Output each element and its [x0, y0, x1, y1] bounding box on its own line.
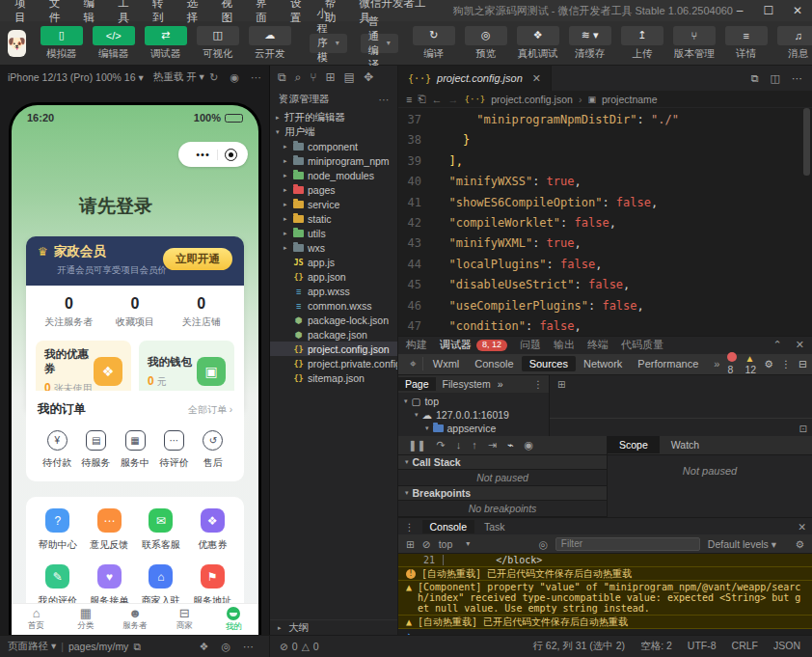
tab-我的[interactable]: 我的 [209, 604, 258, 635]
stat-item[interactable]: 0关注店铺 [168, 295, 234, 329]
menu-编辑[interactable]: 编辑 [77, 0, 112, 25]
editor-tab[interactable]: {··} project.config.json ✕ [398, 66, 552, 91]
windows-icon[interactable]: ⊞ [326, 70, 336, 84]
console-message[interactable]: 21 </block> [398, 554, 812, 567]
tab-服务者[interactable]: ☻服务者 [110, 604, 159, 635]
step-icon[interactable]: ⇥ [488, 439, 497, 452]
breadcrumb-node[interactable]: projectname [602, 94, 658, 105]
service-item-优惠券[interactable]: ❖优惠券 [187, 508, 239, 552]
tree-item-sitemap.json[interactable]: {}sitemap.json [270, 370, 397, 385]
tree-item-service[interactable]: ▸service [270, 197, 397, 211]
order-item-售后[interactable]: ↺售后 [194, 430, 232, 470]
tree-item-component[interactable]: ▸component [270, 139, 397, 153]
pause-on-exceptions-icon[interactable]: ◉ [525, 439, 534, 452]
code-editor[interactable]: 37 "miniprogramNpmDistDir": "./"38 }39 ]… [398, 108, 812, 336]
tree-item-package.json[interactable]: ⬢package.json [270, 327, 397, 342]
tree-item-node_modules[interactable]: ▸node_modules [270, 168, 397, 182]
more-icon[interactable]: ⋯ [379, 94, 390, 105]
sources-node-appservice[interactable]: ▾appservice [398, 422, 549, 435]
open-vip-button[interactable]: 立即开通 [163, 248, 232, 270]
tree-item-app.js[interactable]: JSapp.js [270, 255, 397, 269]
levels-select[interactable]: Default levels ▾ [708, 538, 776, 550]
sources-tab-Filesystem[interactable]: Filesystem [436, 377, 498, 391]
more-icon[interactable]: ⋯ [251, 71, 261, 84]
avatar[interactable]: 🐶 [8, 30, 26, 57]
paw-icon[interactable]: ✥ [364, 70, 373, 84]
console-message[interactable]: ▲[自动热重载] 已开启代码文件保存后自动热重载 [398, 616, 812, 629]
compile-mode-select[interactable]: 普通编译 ▾ [361, 34, 398, 53]
close-button[interactable]: ✕ [791, 4, 804, 17]
copy-icon[interactable]: ⧉ [133, 641, 141, 653]
more-icon[interactable]: ⋯ [792, 72, 802, 85]
sources-node-127.0.0.1:16019[interactable]: ▾☁127.0.0.1:16019 [398, 408, 549, 422]
current-page-path[interactable]: pages/my/my [68, 641, 128, 652]
back-icon[interactable]: ← [432, 94, 443, 105]
stat-item[interactable]: 0收藏项目 [102, 295, 169, 329]
forward-icon[interactable]: → [448, 94, 459, 105]
panel-tab-调试器[interactable]: 调试器8, 12 [440, 338, 507, 352]
menu-界面[interactable]: 界面 [249, 0, 284, 25]
pause-icon[interactable]: ❚❚ [408, 439, 425, 452]
devtools-tab-Console[interactable]: Console [467, 356, 521, 371]
tab-商家[interactable]: ⊟商家 [160, 604, 209, 635]
eye-icon[interactable]: ◎ [539, 538, 548, 550]
devtools-tab-Network[interactable]: Network [576, 356, 630, 371]
more-icon[interactable]: ••• [189, 150, 218, 160]
maximize-button[interactable]: ☐ [762, 4, 775, 17]
scope-tab-Scope[interactable]: Scope [608, 436, 660, 453]
toolbar-button-云开发[interactable]: ☁云开发 [247, 26, 293, 61]
status-item[interactable]: JSON [773, 640, 800, 653]
action-版本管理[interactable]: ⑂版本管理 [671, 26, 717, 61]
status-item[interactable]: 行 62, 列 31 (选中 2) [532, 640, 625, 653]
menu-工具[interactable]: 工具 [111, 0, 146, 25]
problems-indicator[interactable]: ⊘ 0 △ 0 [270, 641, 329, 652]
device-select[interactable]: iPhone 12/13 (Pro) 100% 16 ▾ [8, 71, 144, 83]
action-清缓存[interactable]: ≋ ▾清缓存 [567, 26, 613, 61]
tree-item-wxs[interactable]: ▸wxs [270, 240, 397, 255]
console-tab-Console[interactable]: Console [422, 520, 475, 534]
gear-icon[interactable]: ⚙ [764, 358, 772, 370]
toolbar-button-模拟器[interactable]: ▯模拟器 [39, 26, 85, 61]
clear-console-icon[interactable]: ⊘ [422, 538, 431, 550]
tree-item-app.wxss[interactable]: ≡app.wxss [270, 284, 397, 298]
panel-tab-问题[interactable]: 问题 [520, 338, 541, 352]
dock-icon[interactable]: ⊟ [798, 358, 807, 370]
mode-select[interactable]: 小程序模式 ▾ [310, 34, 347, 53]
show-navigator-icon[interactable]: ⊞ [557, 379, 565, 390]
search-icon[interactable]: ⌕ [295, 70, 302, 84]
git-icon[interactable]: ⑂ [310, 70, 316, 84]
scrollbar[interactable] [803, 108, 810, 176]
tree-item-utils[interactable]: ▸utils [270, 226, 397, 240]
order-item-待评价[interactable]: ⋯待评价 [154, 430, 193, 470]
tree-item-project.private.config.js...[interactable]: {}project.private.config.js... [270, 356, 397, 370]
tree-item-pages[interactable]: ▸pages [270, 182, 397, 197]
order-item-服务中[interactable]: ▦服务中 [116, 430, 154, 470]
close-tab-icon[interactable]: ✕ [532, 72, 541, 85]
tabs-overflow[interactable]: » [706, 358, 727, 370]
inspect-icon[interactable]: ⌖ [404, 357, 423, 370]
tab-分类[interactable]: ▦分类 [61, 604, 110, 635]
kebab-icon[interactable]: ⋮ [533, 378, 550, 390]
step-out-icon[interactable]: ↑ [472, 439, 477, 451]
menu-视图[interactable]: 视图 [215, 0, 250, 25]
service-item-我的评价[interactable]: ✎我的评价 [32, 564, 84, 608]
layout-columns-icon[interactable]: ◫ [771, 72, 780, 85]
order-item-待服务[interactable]: ▤待服务 [76, 430, 115, 470]
page-path-select[interactable]: 页面路径 ▾ [8, 640, 56, 653]
step-over-icon[interactable]: ↷ [436, 439, 445, 452]
tree-item-打开的编辑器[interactable]: ▸打开的编辑器 [270, 110, 397, 124]
status-item[interactable]: UTF-8 [688, 640, 717, 653]
action-预览[interactable]: ◎预览 [463, 26, 509, 61]
menu-文件[interactable]: 文件 [42, 0, 77, 25]
close-icon[interactable]: ✕ [798, 521, 806, 533]
menu-设置[interactable]: 设置 [284, 0, 318, 25]
gear-icon[interactable]: ⚙ [796, 538, 804, 550]
service-item-服务地址[interactable]: ⚑服务地址 [187, 564, 239, 608]
panel-tab-构建[interactable]: 构建 [406, 338, 427, 352]
dock-icon[interactable]: ⊡ [799, 424, 807, 434]
tab-首页[interactable]: ⌂首页 [12, 604, 61, 635]
deactivate-breakpoints-icon[interactable]: ⌁ [507, 439, 514, 452]
service-item-帮助中心[interactable]: ?帮助中心 [32, 508, 84, 552]
action-消息[interactable]: ♫消息 [775, 26, 812, 61]
panel-tab-代码质量[interactable]: 代码质量 [621, 338, 663, 352]
